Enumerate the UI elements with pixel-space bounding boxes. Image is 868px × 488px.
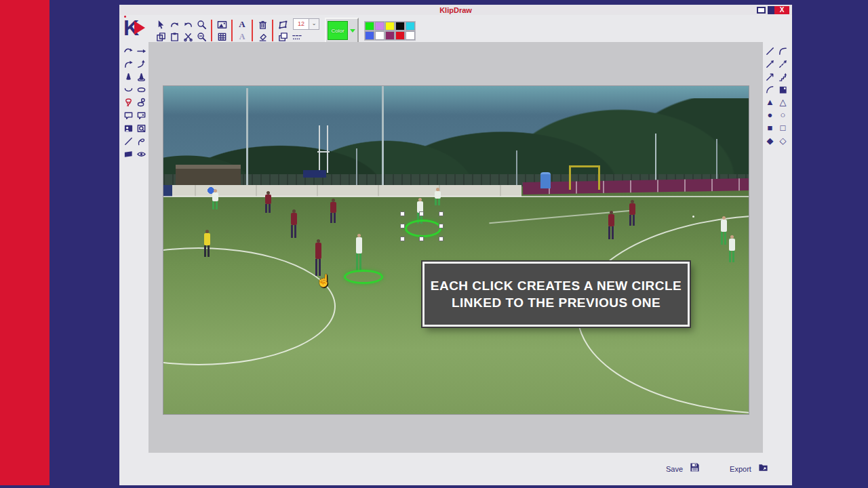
arc-open-icon[interactable]: [122, 84, 135, 95]
annotation-circle-selected[interactable]: [405, 220, 441, 237]
line-pen-icon[interactable]: [122, 136, 135, 146]
palette-swatch-5[interactable]: [365, 31, 374, 40]
arrow-icon[interactable]: [764, 58, 776, 69]
palette-swatch-6[interactable]: [375, 31, 384, 40]
lamp-post: [356, 148, 357, 186]
redo-icon[interactable]: [182, 18, 194, 30]
copy-icon[interactable]: [155, 30, 167, 43]
video-frame[interactable]: ☝ EACH CLICK CREATES A NEW CIRCLE LINKED…: [163, 85, 749, 415]
grid-icon[interactable]: [216, 30, 228, 43]
selection-handle[interactable]: [419, 211, 424, 216]
selection-handle[interactable]: [400, 237, 405, 241]
linked-circles-alt-icon[interactable]: [135, 97, 148, 108]
polygon-edit-icon[interactable]: [277, 18, 289, 30]
zigzag-arrow-icon[interactable]: [776, 71, 789, 82]
cone-alt-icon[interactable]: [135, 71, 148, 82]
palette-swatch-8[interactable]: [395, 31, 405, 40]
diamond-outline-icon[interactable]: ◇: [776, 136, 789, 146]
text-tool-icon[interactable]: A: [236, 18, 248, 30]
export-button[interactable]: Export: [730, 465, 751, 473]
square-badge-icon[interactable]: [776, 84, 789, 95]
palette-swatch-0[interactable]: [365, 22, 374, 30]
annotation-circle[interactable]: [344, 270, 383, 284]
rugby-post: [319, 125, 320, 173]
selection-handle[interactable]: [439, 211, 443, 216]
zoom-in-icon[interactable]: [195, 18, 208, 30]
palette-swatch-7[interactable]: [385, 31, 395, 40]
palette-swatch-3[interactable]: [395, 22, 405, 30]
selection-handle[interactable]: [400, 224, 405, 228]
selection-handle[interactable]: [419, 237, 424, 241]
restore-button[interactable]: [757, 7, 766, 14]
yellow-frame: [569, 165, 600, 190]
selection-handle[interactable]: [439, 224, 443, 228]
line-icon[interactable]: [764, 45, 776, 56]
color-dropdown-arrow-icon[interactable]: [350, 29, 355, 33]
selection-handle[interactable]: [439, 237, 443, 241]
straight-arrow-icon[interactable]: [135, 45, 148, 56]
curve-pen-icon[interactable]: [135, 136, 148, 146]
layers-icon[interactable]: [277, 30, 289, 43]
player-marker: [314, 239, 322, 276]
square-filled-icon[interactable]: ■: [764, 123, 776, 134]
cone-icon[interactable]: [122, 71, 135, 82]
palette-swatch-4[interactable]: [406, 22, 415, 30]
touchline: [163, 196, 749, 197]
selected-annotation[interactable]: [402, 214, 441, 239]
player-marker: [211, 189, 219, 209]
image-icon[interactable]: [216, 18, 228, 30]
curve-arrow-icon[interactable]: [122, 45, 135, 56]
tutorial-callout: EACH CLICK CREATES A NEW CIRCLE LINKED T…: [422, 262, 690, 327]
eraser-icon[interactable]: [256, 30, 269, 43]
toolbar-separator: [252, 20, 253, 41]
save-icon[interactable]: [690, 462, 700, 475]
triangle-outline-icon[interactable]: △: [776, 97, 789, 108]
text-style-icon[interactable]: A: [236, 30, 248, 43]
diamond-filled-icon[interactable]: ◆: [764, 136, 776, 146]
palette-swatch-9[interactable]: [406, 31, 415, 40]
zoom-area-icon[interactable]: [135, 123, 148, 134]
color-palette: [364, 21, 416, 41]
palette-swatch-2[interactable]: [385, 22, 395, 30]
title-bar: KlipDraw X: [119, 5, 792, 15]
toolbar-separator: [231, 20, 233, 41]
speech-bubble-dot-icon[interactable]: [135, 110, 148, 121]
arc-icon[interactable]: [764, 84, 776, 95]
current-color-swatch[interactable]: Color: [328, 21, 348, 40]
trash-icon[interactable]: [256, 18, 269, 30]
drawing-canvas-area[interactable]: ☝ EACH CLICK CREATES A NEW CIRCLE LINKED…: [149, 42, 763, 453]
arrow-thin-icon[interactable]: [764, 71, 776, 82]
scissors-icon[interactable]: [182, 30, 194, 43]
maximize-button[interactable]: [768, 6, 774, 14]
dashed-line-icon[interactable]: [290, 30, 302, 43]
rugby-post: [327, 125, 328, 173]
curve-icon[interactable]: [776, 45, 789, 56]
size-value[interactable]: 12: [293, 18, 309, 30]
color-button[interactable]: Color: [325, 18, 359, 43]
square-outline-icon[interactable]: □: [776, 123, 789, 134]
ellipse-flat-icon[interactable]: [135, 84, 148, 95]
linked-circles-icon-selected[interactable]: [122, 97, 135, 108]
eye-icon[interactable]: [135, 148, 148, 159]
select-cursor-icon[interactable]: [155, 18, 167, 30]
save-button[interactable]: Save: [666, 465, 683, 473]
speech-bubble-icon[interactable]: [122, 110, 135, 121]
selection-handle[interactable]: [400, 211, 405, 216]
zoom-out-icon[interactable]: [195, 30, 208, 43]
triangle-filled-icon[interactable]: ▲: [764, 97, 776, 108]
flag-icon[interactable]: [122, 148, 135, 159]
elbow-arrow-icon[interactable]: [122, 58, 135, 69]
chevron-down-icon[interactable]: ⌄: [309, 18, 319, 30]
undo-icon[interactable]: [168, 18, 180, 30]
close-button[interactable]: X: [774, 6, 789, 14]
palette-swatch-1[interactable]: [375, 22, 384, 30]
paste-icon[interactable]: [168, 30, 180, 43]
circle-filled-icon[interactable]: ●: [764, 110, 776, 121]
size-select[interactable]: 12 ⌄: [293, 18, 319, 30]
arrow-dashed-icon[interactable]: [776, 58, 789, 69]
person-photo-icon[interactable]: [122, 123, 135, 134]
circle-outline-icon[interactable]: ○: [776, 110, 789, 121]
curved-up-arrow-icon[interactable]: [135, 58, 148, 69]
export-icon[interactable]: [758, 462, 768, 475]
floodlight-pole: [246, 88, 248, 188]
